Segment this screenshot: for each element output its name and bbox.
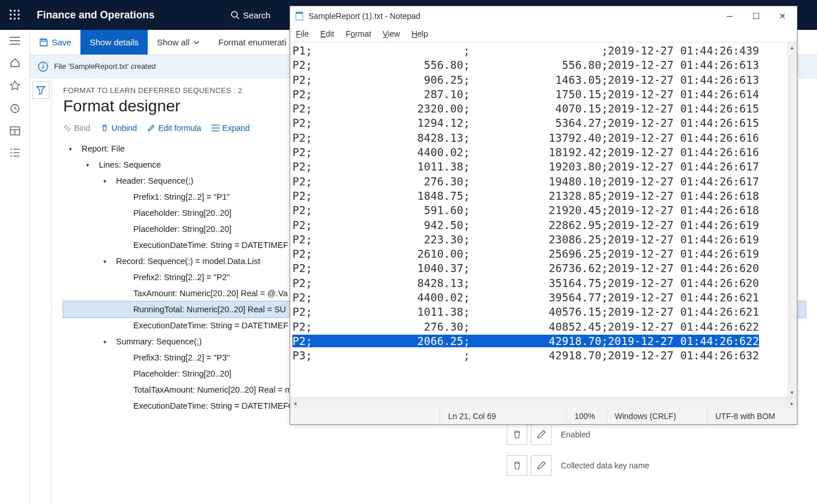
show-details-button[interactable]: Show details <box>80 30 148 55</box>
encoding: UTF-8 with BOM <box>707 408 797 424</box>
link-icon <box>63 124 71 132</box>
maximize-button[interactable]: ☐ <box>743 7 769 25</box>
horizontal-scrollbar[interactable]: ◂ ▸ <box>290 398 797 408</box>
scroll-down-arrow[interactable]: ▾ <box>787 387 797 397</box>
caret-icon: ▾ <box>103 339 111 345</box>
scroll-up-arrow[interactable]: ▴ <box>787 42 797 52</box>
tree-node-label: Prefix3: String[2..2] = "P3" <box>133 353 230 362</box>
notepad-body: P1; ; ;2019-12-27 01:44:26:439 P2; 556.8… <box>290 42 797 398</box>
svg-rect-29 <box>296 12 303 14</box>
tree-node-label: TaxAmount: Numeric[20..20] Real = @.Va <box>133 289 288 298</box>
svg-rect-8 <box>18 18 20 20</box>
trash-icon <box>101 124 109 132</box>
svg-rect-4 <box>14 14 16 15</box>
tree-node-label: Record: Sequence(;) = model.Data.List <box>116 257 260 266</box>
save-icon <box>39 38 48 47</box>
pencil-icon <box>537 461 546 470</box>
edit-formula-action[interactable]: Edit formula <box>147 123 201 133</box>
tree-node-label: ExecutionDateTime: String = DATETIMEF <box>133 321 288 330</box>
notepad-title-text: SampleReport (1).txt - Notepad <box>309 11 421 21</box>
left-rail <box>0 30 30 504</box>
pencil-icon <box>147 124 155 132</box>
help-menu[interactable]: Help <box>411 29 428 38</box>
svg-rect-21 <box>42 39 45 41</box>
tree-node-label: Prefix1: String[2..2] = "P1" <box>133 192 230 201</box>
unbind-action[interactable]: Unbind <box>101 123 137 133</box>
properties-panel: Enabled Collected data key name <box>507 419 817 481</box>
info-text: File 'SampleReport.txt' created <box>54 62 156 71</box>
caret-icon: ▾ <box>103 258 111 265</box>
hamburger-icon[interactable] <box>10 37 20 45</box>
scroll-track[interactable] <box>300 398 787 408</box>
tree-node-label: Prefix2: String[2..2] = "P2" <box>133 273 230 282</box>
edit-menu[interactable]: Edit <box>321 29 334 38</box>
vertical-scrollbar[interactable]: ▴ ▾ <box>787 42 797 397</box>
caret-icon: ▾ <box>69 146 77 152</box>
delete-collected-button[interactable] <box>507 455 527 476</box>
svg-rect-5 <box>18 14 20 15</box>
tree-node-label: Lines: Sequence <box>99 160 161 169</box>
scroll-track[interactable] <box>787 52 797 387</box>
notepad-window: SampleReport (1).txt - Notepad ─ ☐ ✕ Fil… <box>290 6 797 425</box>
notepad-text[interactable]: P1; ; ;2019-12-27 01:44:26:439 P2; 556.8… <box>290 42 797 365</box>
line-ending: Windows (CRLF) <box>606 408 707 424</box>
tree-node-label: Header: Sequence(;) <box>116 176 194 185</box>
cursor-position: Ln 21, Col 69 <box>440 408 566 424</box>
star-icon[interactable] <box>10 80 20 91</box>
search-box[interactable]: Search <box>230 10 271 20</box>
home-icon[interactable] <box>10 57 20 68</box>
close-button[interactable]: ✕ <box>769 7 796 25</box>
format-enum-label: Format enumerati <box>218 37 286 47</box>
minimize-button[interactable]: ─ <box>716 7 743 25</box>
caret-icon: ▾ <box>86 162 94 168</box>
tree-node-label: Summary: Sequence(;) <box>116 337 202 346</box>
app-launcher-icon[interactable] <box>0 10 30 20</box>
show-all-button[interactable]: Show all <box>148 30 209 55</box>
svg-rect-0 <box>10 10 11 11</box>
svg-rect-2 <box>18 10 20 11</box>
format-enum-button[interactable]: Format enumerati <box>209 30 295 55</box>
caret-icon: ▾ <box>103 178 111 184</box>
edit-collected-button[interactable] <box>531 455 552 476</box>
bind-action[interactable]: Bind <box>63 123 90 133</box>
expand-action[interactable]: Expand <box>211 123 249 133</box>
svg-rect-7 <box>14 18 16 20</box>
trash-icon <box>512 461 522 470</box>
tree-node-label: Placeholder: String[20..20] <box>133 208 232 218</box>
status-spacer <box>290 408 440 424</box>
notepad-statusbar: Ln 21, Col 69 100% Windows (CRLF) UTF-8 … <box>290 408 797 424</box>
save-label: Save <box>52 37 71 47</box>
collected-label: Collected data key name <box>561 461 649 470</box>
svg-point-9 <box>232 11 237 17</box>
search-icon <box>230 10 240 20</box>
scroll-left-arrow[interactable]: ◂ <box>290 398 300 408</box>
notepad-icon <box>295 11 304 21</box>
recent-icon[interactable] <box>10 103 20 114</box>
format-menu[interactable]: Format <box>346 29 371 38</box>
modules-icon[interactable] <box>10 148 20 157</box>
pencil-icon <box>537 430 546 439</box>
list-icon <box>211 125 219 131</box>
scroll-right-arrow[interactable]: ▸ <box>787 398 797 408</box>
show-all-label: Show all <box>157 37 190 47</box>
info-icon <box>38 61 48 72</box>
collected-key-property: Collected data key name <box>507 450 817 481</box>
tree-node-label: Report: File <box>82 144 125 153</box>
notepad-titlebar[interactable]: SampleReport (1).txt - Notepad ─ ☐ ✕ <box>290 6 797 26</box>
show-details-label: Show details <box>90 37 138 47</box>
tree-node-label: Placeholder: String[20..20] <box>133 369 232 378</box>
zoom-level: 100% <box>566 408 606 424</box>
workspace-icon[interactable] <box>10 126 20 135</box>
svg-point-24 <box>43 63 44 64</box>
filter-column <box>30 78 52 504</box>
app-title: Finance and Operations <box>30 9 161 21</box>
edit-enabled-button[interactable] <box>531 424 552 445</box>
chevron-down-icon <box>193 39 200 46</box>
view-menu[interactable]: View <box>383 29 400 38</box>
delete-enabled-button[interactable] <box>507 424 527 445</box>
save-button[interactable]: Save <box>30 30 80 55</box>
tree-node-label: ExecutionDateTime: String = DATETIMEF <box>133 241 288 250</box>
file-menu[interactable]: File <box>296 29 309 38</box>
svg-rect-6 <box>10 18 11 20</box>
filter-button[interactable] <box>32 82 49 99</box>
